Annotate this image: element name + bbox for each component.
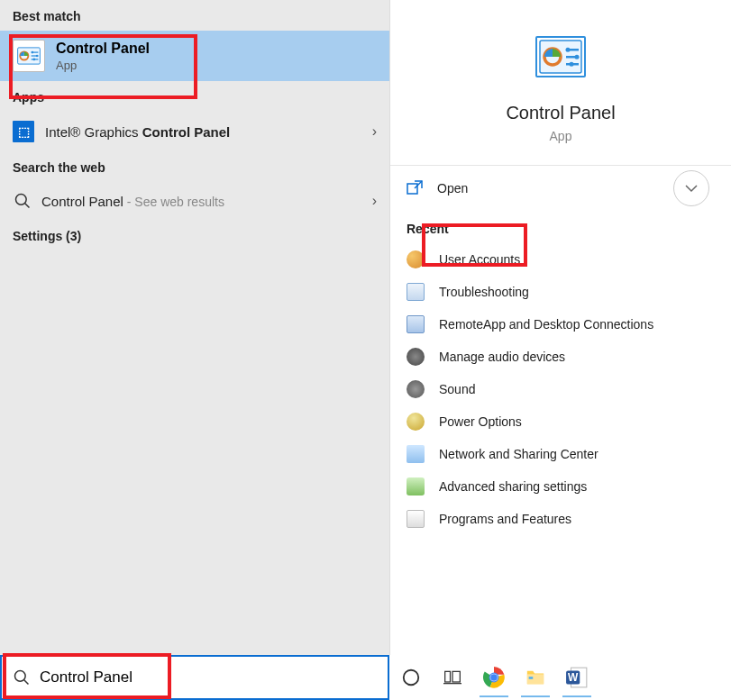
web-header: Search the web [0, 151, 389, 182]
recent-label: Programs and Features [439, 512, 571, 526]
recent-header: Recent [390, 211, 731, 243]
svg-point-7 [33, 59, 36, 61]
recent-item-sharing[interactable]: Advanced sharing settings [390, 470, 731, 503]
web-item-control-panel[interactable]: Control Panel - See web results › [0, 182, 389, 220]
recent-list: User Accounts Troubleshooting RemoteApp … [390, 243, 731, 535]
recent-label: RemoteApp and Desktop Connections [439, 317, 653, 332]
open-label: Open [437, 181, 468, 195]
svg-rect-18 [407, 184, 417, 194]
web-item-title: Control Panel [41, 194, 123, 209]
recent-item-troubleshooting[interactable]: Troubleshooting [390, 276, 731, 308]
details-title: Control Panel [506, 103, 615, 123]
settings-header[interactable]: Settings (3) [0, 220, 389, 252]
chevron-right-icon[interactable]: › [372, 123, 377, 140]
recent-item-network[interactable]: Network and Sharing Center [390, 438, 731, 470]
details-panel: Control Panel App Open Recent User Accou… [389, 0, 731, 655]
best-match-subtitle: App [56, 59, 150, 72]
control-panel-large-icon [535, 36, 586, 77]
network-icon [407, 445, 425, 463]
intel-icon: ⬚ [13, 121, 34, 142]
apps-item-prefix: Intel® Graphics [45, 124, 142, 140]
task-view-icon[interactable] [440, 665, 465, 690]
svg-line-19 [415, 181, 422, 188]
svg-line-21 [24, 680, 29, 685]
svg-point-8 [16, 195, 27, 205]
search-icon [13, 191, 32, 211]
recent-item-remoteapp[interactable]: RemoteApp and Desktop Connections [390, 308, 731, 341]
audio-icon [407, 348, 425, 366]
troubleshooting-icon [407, 283, 425, 301]
bottom-bar: W [0, 655, 731, 700]
cortana-icon[interactable] [398, 665, 424, 690]
search-bar[interactable] [0, 655, 389, 700]
recent-item-audio[interactable]: Manage audio devices [390, 341, 731, 373]
word-icon[interactable]: W [564, 665, 589, 690]
web-item-suffix: - See web results [123, 195, 224, 209]
chrome-icon[interactable] [481, 665, 507, 690]
details-subtitle: App [550, 129, 572, 143]
svg-point-6 [36, 55, 39, 58]
svg-rect-23 [445, 671, 451, 682]
programs-icon [407, 510, 425, 528]
apps-item-intel-graphics[interactable]: ⬚ Intel® Graphics Control Panel › [0, 112, 389, 151]
taskbar: W [389, 655, 731, 700]
svg-point-29 [490, 674, 498, 681]
open-icon [407, 180, 423, 196]
control-panel-icon [13, 40, 45, 72]
open-action[interactable]: Open [390, 166, 731, 211]
svg-point-17 [570, 62, 574, 67]
svg-point-5 [32, 51, 34, 54]
best-match-title: Control Panel [56, 41, 150, 57]
recent-label: Advanced sharing settings [439, 479, 587, 494]
recent-item-sound[interactable]: Sound [390, 373, 731, 405]
recent-label: Troubleshooting [439, 285, 529, 299]
recent-item-user-accounts[interactable]: User Accounts [390, 243, 731, 276]
svg-point-16 [575, 55, 580, 59]
best-match-header: Best match [0, 0, 389, 31]
apps-header: Apps [0, 81, 389, 112]
recent-item-programs[interactable]: Programs and Features [390, 503, 731, 535]
recent-item-power[interactable]: Power Options [390, 405, 731, 438]
search-icon [13, 668, 31, 686]
svg-point-15 [566, 48, 571, 52]
expand-button[interactable] [673, 170, 709, 206]
sharing-icon [407, 477, 425, 495]
recent-label: User Accounts [439, 252, 520, 267]
remoteapp-icon [407, 315, 425, 333]
svg-point-22 [404, 670, 419, 686]
svg-line-9 [25, 204, 30, 208]
recent-label: Manage audio devices [439, 350, 565, 364]
search-results-panel: Best match Control Panel App Apps ⬚ Inte… [0, 0, 389, 655]
file-explorer-icon[interactable] [523, 665, 548, 690]
sound-icon [407, 380, 425, 398]
chevron-right-icon[interactable]: › [372, 193, 377, 209]
recent-label: Sound [439, 382, 475, 396]
svg-rect-24 [452, 671, 460, 682]
best-match-item-control-panel[interactable]: Control Panel App [0, 31, 389, 81]
apps-item-bold: Control Panel [142, 124, 231, 140]
svg-point-20 [15, 671, 26, 682]
power-icon [407, 413, 425, 431]
svg-text:W: W [568, 671, 579, 684]
recent-label: Network and Sharing Center [439, 447, 599, 461]
svg-rect-30 [529, 677, 534, 679]
search-input[interactable] [40, 668, 377, 686]
recent-label: Power Options [439, 414, 522, 429]
user-accounts-icon [407, 250, 425, 268]
